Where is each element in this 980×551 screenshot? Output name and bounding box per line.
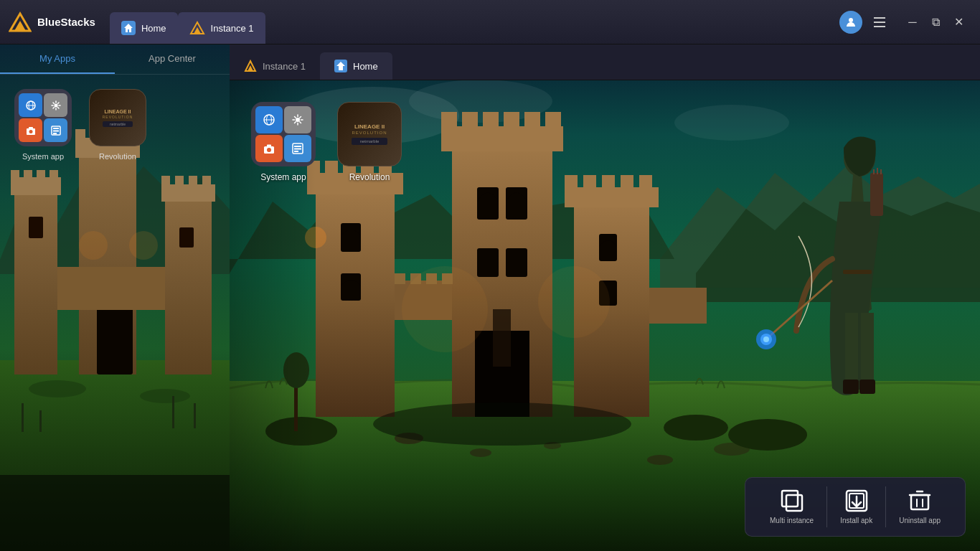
svg-rect-136 bbox=[294, 149, 301, 150]
camera-cell bbox=[19, 118, 42, 142]
inst-gear-cell bbox=[284, 106, 311, 133]
svg-rect-31 bbox=[57, 267, 165, 310]
svg-rect-51 bbox=[53, 133, 57, 134]
instance-content: System app LINEAGE II REVOLUTION netmarb… bbox=[230, 80, 980, 551]
svg-rect-93 bbox=[602, 175, 615, 191]
my-apps-tab[interactable]: My Apps bbox=[0, 44, 115, 74]
svg-point-114 bbox=[763, 336, 769, 342]
svg-rect-29 bbox=[202, 176, 211, 187]
svg-rect-91 bbox=[565, 175, 578, 191]
svg-point-125 bbox=[538, 266, 610, 338]
svg-rect-120 bbox=[845, 313, 858, 385]
install-apk-icon bbox=[845, 489, 868, 512]
bottom-toolbar: Multi instance Install apk bbox=[745, 477, 966, 537]
system-app-item[interactable]: System app bbox=[14, 89, 72, 161]
restore-button[interactable]: ⧉ bbox=[925, 12, 946, 32]
svg-point-35 bbox=[140, 389, 190, 403]
inst-files-cell bbox=[284, 135, 311, 162]
menu-button[interactable] bbox=[868, 11, 891, 34]
left-panel-nav: My Apps App Center bbox=[0, 44, 230, 75]
svg-rect-80 bbox=[504, 112, 519, 131]
home-tab-icon bbox=[121, 21, 136, 35]
revolution-app-item[interactable]: LINEAGE II REVOLUTION netmarble Revoluti… bbox=[89, 89, 146, 161]
svg-rect-95 bbox=[639, 175, 652, 191]
svg-point-4 bbox=[849, 18, 853, 22]
svg-rect-100 bbox=[395, 273, 405, 284]
instance-system-app-icon bbox=[251, 102, 316, 166]
svg-rect-40 bbox=[0, 475, 230, 551]
my-apps-label: My Apps bbox=[39, 53, 75, 64]
minimize-button[interactable]: ─ bbox=[903, 12, 923, 32]
svg-rect-77 bbox=[441, 112, 457, 131]
svg-point-61 bbox=[470, 448, 491, 457]
svg-rect-94 bbox=[621, 175, 633, 191]
inst-globe-cell bbox=[255, 106, 283, 133]
svg-rect-81 bbox=[524, 112, 540, 131]
app-center-label: App Center bbox=[149, 53, 196, 64]
svg-rect-27 bbox=[175, 176, 184, 187]
revolution-app-label: Revolution bbox=[99, 152, 136, 161]
svg-point-130 bbox=[296, 118, 300, 122]
svg-rect-138 bbox=[782, 491, 798, 507]
instance1-tab[interactable]: Instance 1 bbox=[178, 12, 265, 44]
multi-instance-label: Multi instance bbox=[770, 517, 814, 524]
svg-point-104 bbox=[373, 402, 631, 446]
svg-point-63 bbox=[647, 455, 673, 465]
instance-revolution-icon: LINEAGE II REVOLUTION netmarble bbox=[337, 102, 402, 166]
svg-rect-92 bbox=[583, 175, 596, 191]
system-app-label: System app bbox=[22, 152, 64, 161]
globe-cell bbox=[19, 93, 42, 117]
home-inner-tab[interactable]: Home bbox=[320, 52, 392, 80]
instance-revolution-app[interactable]: LINEAGE II REVOLUTION netmarble Revoluti… bbox=[337, 102, 402, 182]
svg-rect-85 bbox=[477, 187, 499, 220]
svg-rect-65 bbox=[316, 187, 395, 417]
svg-rect-96 bbox=[599, 234, 617, 261]
multi-instance-icon bbox=[781, 489, 804, 512]
svg-rect-26 bbox=[161, 176, 170, 187]
svg-point-44 bbox=[54, 103, 57, 107]
svg-rect-87 bbox=[477, 248, 499, 277]
main-home-tab-label: Home bbox=[141, 23, 166, 34]
uninstall-app-label: Uninstall app bbox=[899, 517, 941, 524]
svg-rect-72 bbox=[341, 223, 361, 252]
svg-rect-84 bbox=[493, 309, 511, 367]
content-area: My Apps App Center bbox=[0, 44, 980, 551]
svg-point-132 bbox=[267, 148, 271, 152]
svg-rect-115 bbox=[870, 173, 883, 216]
svg-rect-25 bbox=[161, 184, 215, 202]
svg-rect-99 bbox=[649, 288, 707, 324]
svg-rect-37 bbox=[39, 410, 42, 432]
svg-point-46 bbox=[29, 130, 32, 133]
svg-rect-10 bbox=[14, 188, 57, 375]
svg-rect-50 bbox=[53, 130, 59, 131]
instance-tab-label: Instance 1 bbox=[211, 23, 254, 34]
multi-instance-button[interactable]: Multi instance bbox=[757, 486, 827, 527]
instance1-inner-tab-label: Instance 1 bbox=[263, 61, 306, 72]
svg-rect-39 bbox=[194, 403, 196, 428]
svg-point-106 bbox=[664, 415, 728, 441]
instance-revolution-app-label: Revolution bbox=[349, 172, 390, 182]
uninstall-app-button[interactable]: Uninstall app bbox=[886, 486, 953, 527]
left-panel: My Apps App Center bbox=[0, 44, 230, 551]
instance-system-app[interactable]: System app bbox=[251, 102, 316, 182]
account-button[interactable] bbox=[839, 11, 862, 34]
svg-marker-3 bbox=[194, 27, 201, 34]
svg-rect-135 bbox=[294, 146, 301, 147]
svg-rect-121 bbox=[861, 313, 874, 385]
svg-rect-73 bbox=[341, 273, 361, 301]
main-home-tab[interactable]: Home bbox=[110, 12, 178, 44]
window-controls: ─ ⧉ ✕ bbox=[903, 12, 969, 32]
instance1-inner-tab[interactable]: Instance 1 bbox=[230, 52, 320, 80]
title-bar: BlueStacks Home Instance 1 bbox=[0, 0, 980, 44]
svg-rect-78 bbox=[462, 112, 478, 131]
app-center-tab[interactable]: App Center bbox=[115, 44, 230, 74]
svg-rect-7 bbox=[874, 26, 885, 27]
svg-rect-86 bbox=[506, 187, 527, 220]
instance-system-app-label: System app bbox=[260, 172, 306, 182]
title-bar-right: ─ ⧉ ✕ bbox=[839, 11, 980, 34]
home-inner-tab-label: Home bbox=[353, 61, 378, 72]
svg-point-107 bbox=[728, 419, 807, 451]
main-window: BlueStacks Home Instance 1 bbox=[0, 0, 980, 551]
close-button[interactable]: ✕ bbox=[948, 12, 969, 32]
install-apk-button[interactable]: Install apk bbox=[827, 486, 886, 527]
